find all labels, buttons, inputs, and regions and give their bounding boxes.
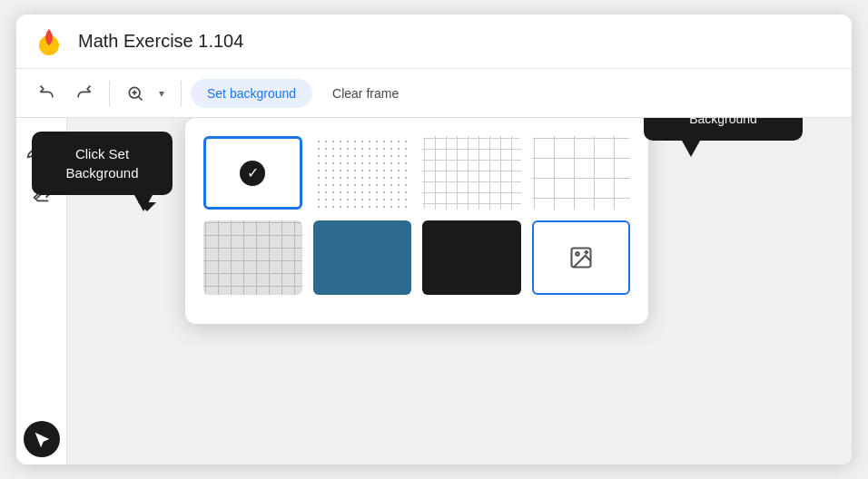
set-background-tooltip: Click Set Background: [32, 132, 173, 195]
bg-option-grid-large[interactable]: [532, 136, 631, 210]
toolbar-divider: [109, 81, 110, 106]
canvas-area: ✓: [67, 118, 852, 464]
redo-button[interactable]: [67, 77, 100, 110]
bg-option-gray-grid[interactable]: [203, 220, 302, 294]
title-bar: Math Exercise 1.104: [16, 15, 852, 69]
background-panel: ✓: [185, 118, 648, 324]
toolbar-divider-2: [181, 81, 182, 106]
undo-button[interactable]: [31, 77, 64, 110]
app-title: Math Exercise 1.104: [78, 31, 243, 52]
bg-option-white[interactable]: ✓: [203, 136, 302, 210]
app-logo: [33, 25, 65, 58]
cursor-tool-button[interactable]: [24, 421, 60, 457]
svg-point-7: [576, 252, 579, 256]
upload-wrapper: Click Image to upload image to use as Ba…: [532, 220, 631, 294]
set-background-wrapper: Set background Click Set Background: [191, 79, 312, 108]
background-options-row1: ✓: [203, 136, 630, 210]
bg-option-grid-small[interactable]: [422, 136, 521, 210]
zoom-group: ▾: [119, 77, 172, 110]
svg-line-4: [139, 96, 143, 100]
upload-image-tooltip: Click Image to upload image to use as Ba…: [644, 118, 803, 141]
zoom-dropdown-button[interactable]: ▾: [152, 77, 172, 110]
toolbar: ▾ Set background Click Set Background Cl…: [16, 69, 852, 118]
zoom-in-button[interactable]: [119, 77, 152, 110]
selected-checkmark: ✓: [240, 161, 265, 186]
app-window: Math Exercise 1.104: [16, 15, 852, 464]
bg-option-black[interactable]: [422, 220, 521, 294]
bg-option-blue[interactable]: [313, 220, 412, 294]
bg-option-dots[interactable]: [313, 136, 412, 210]
background-options-row2: Click Image to upload image to use as Ba…: [203, 220, 630, 294]
clear-frame-tab[interactable]: Clear frame: [316, 79, 415, 108]
bg-option-upload[interactable]: [532, 220, 631, 294]
set-background-tab[interactable]: Set background: [191, 79, 312, 108]
